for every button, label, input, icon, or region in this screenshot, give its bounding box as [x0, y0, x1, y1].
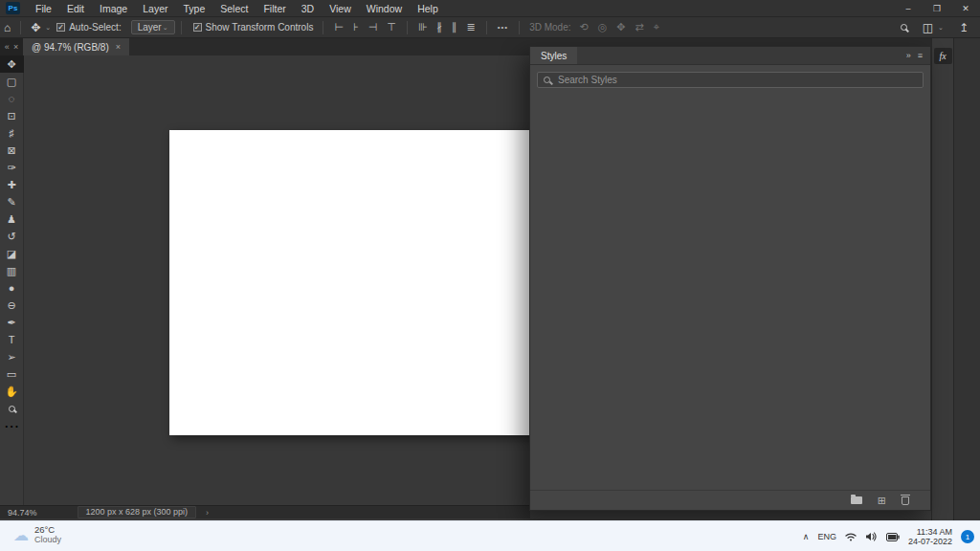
close-tab-icon[interactable]: ×: [116, 42, 121, 52]
object-selection-tool[interactable]: ⊡: [0, 107, 24, 124]
photoshop-logo-icon[interactable]: Ps: [6, 2, 20, 14]
panel-menu-icon[interactable]: ≡: [918, 51, 923, 60]
notification-count-badge[interactable]: 1: [961, 530, 974, 543]
canvas[interactable]: [169, 130, 552, 435]
align-middle-icon[interactable]: ∦: [433, 21, 448, 33]
wifi-icon[interactable]: [845, 532, 857, 541]
align-top-icon[interactable]: ⊪: [413, 21, 433, 33]
crop-tool[interactable]: ♯: [0, 124, 24, 142]
weather-condition: Cloudy: [34, 535, 61, 545]
path-selection-tool[interactable]: ➢: [0, 348, 24, 365]
divider: [407, 21, 408, 34]
restore-button[interactable]: ❐: [923, 0, 951, 16]
menu-layer[interactable]: Layer: [135, 0, 175, 17]
menu-filter[interactable]: Filter: [256, 0, 293, 17]
crop-tool-icon: ♯: [9, 128, 14, 139]
type-tool[interactable]: T: [0, 331, 24, 348]
tab-scroll-stub[interactable]: « ×: [0, 38, 23, 55]
rectangle-tool[interactable]: ▭: [0, 365, 24, 383]
align-center-horizontal-icon[interactable]: ⊦: [348, 21, 364, 33]
windows-taskbar: ☁ 26°C Cloudy ∧ ENG 11:34 AM 24-07-2022 …: [0, 520, 980, 551]
eraser-tool[interactable]: ◪: [0, 245, 24, 262]
more-options-icon[interactable]: •••: [493, 23, 513, 32]
zoom-tool[interactable]: [0, 400, 24, 417]
lasso-tool[interactable]: ◌: [0, 90, 24, 107]
distribute-horizontal-icon[interactable]: ⊤: [382, 21, 401, 33]
workspace-switcher[interactable]: ◫ ⌄: [919, 21, 944, 34]
menu-bar: FileEditImageLayerTypeSelectFilter3DView…: [28, 0, 446, 16]
show-transform-checkbox[interactable]: ✓: [193, 23, 202, 32]
history-brush-tool[interactable]: ↺: [0, 228, 24, 245]
align-bottom-icon[interactable]: ∥: [447, 21, 462, 33]
gradient-tool[interactable]: ▥: [0, 262, 24, 279]
tools-toolbar: ✥▢◌⊡♯⊠✑✚✎♟↺◪▥●⊖✒T➢▭✋⋯: [0, 55, 24, 505]
distribute-icon-group: ⊪∦∥≣: [413, 21, 480, 33]
distribute-vertical-icon[interactable]: ≣: [462, 21, 480, 33]
close-button[interactable]: ✕: [951, 0, 980, 16]
divider: [323, 21, 323, 34]
menu-window[interactable]: Window: [359, 0, 410, 17]
blur-tool[interactable]: ●: [0, 279, 24, 297]
weather-widget[interactable]: ☁ 26°C Cloudy: [13, 524, 61, 545]
styles-sections: [530, 108, 930, 490]
move-tool[interactable]: ✥: [0, 55, 24, 73]
menu-file[interactable]: File: [28, 0, 59, 17]
align-right-icon[interactable]: ⊣: [364, 21, 383, 33]
show-transform-label: Show Transform Controls: [206, 22, 314, 33]
align-left-icon[interactable]: ⊢: [329, 21, 348, 33]
new-style-icon[interactable]: ⊞: [878, 495, 886, 507]
styles-fx-panel-icon[interactable]: fx: [934, 48, 952, 64]
move-tool-preset-icon[interactable]: ✥: [27, 21, 44, 34]
status-bar: 94.74% 1200 px x 628 px (300 ppi) ›: [0, 505, 530, 518]
type-tool-icon: T: [9, 335, 15, 345]
volume-icon[interactable]: [865, 532, 878, 541]
menu-select[interactable]: Select: [212, 0, 256, 17]
3d-slide-icon: ⇄: [631, 21, 649, 33]
search-icon[interactable]: [901, 24, 907, 31]
auto-select-target-dropdown[interactable]: Layer ⌄: [131, 20, 175, 34]
eyedropper-tool[interactable]: ✑: [0, 159, 24, 176]
menu-image[interactable]: Image: [92, 0, 135, 17]
clone-stamp-tool[interactable]: ♟: [0, 210, 24, 228]
marquee-tool-icon: ▢: [7, 77, 16, 87]
auto-select-label: Auto-Select:: [69, 22, 121, 33]
delete-style-icon[interactable]: [902, 496, 909, 505]
styles-panel-tab[interactable]: Styles: [530, 47, 577, 64]
language-indicator[interactable]: ENG: [817, 532, 836, 541]
brush-tool[interactable]: ✎: [0, 193, 24, 210]
marquee-tool[interactable]: ▢: [0, 73, 24, 90]
new-group-icon[interactable]: [851, 496, 862, 504]
tray-expand-icon[interactable]: ∧: [803, 532, 810, 541]
zoom-level[interactable]: 94.74%: [8, 508, 37, 518]
pen-tool[interactable]: ✒: [0, 314, 24, 331]
menu-type[interactable]: Type: [175, 0, 212, 17]
rectangle-tool-icon: ▭: [7, 369, 16, 380]
menu-help[interactable]: Help: [410, 0, 446, 17]
menu-edit[interactable]: Edit: [59, 0, 92, 17]
edit-toolbar-button[interactable]: ⋯: [4, 417, 19, 435]
dodge-tool[interactable]: ⊖: [0, 297, 24, 314]
battery-icon[interactable]: [886, 533, 900, 541]
menu-3d[interactable]: 3D: [294, 0, 322, 17]
hand-tool[interactable]: ✋: [0, 383, 24, 400]
auto-select-checkbox[interactable]: ✓: [56, 23, 65, 32]
status-chevron-icon[interactable]: ›: [206, 508, 209, 518]
lasso-tool-icon: ◌: [9, 94, 15, 104]
home-icon[interactable]: ⌂: [0, 21, 14, 34]
3d-drag-icon: ✥: [612, 21, 630, 33]
chevron-down-icon: ⌄: [45, 24, 51, 32]
document-tab[interactable]: @ 94.7% (RGB/8) ×: [23, 38, 129, 55]
auto-select-target-value: Layer: [138, 22, 162, 33]
minimize-button[interactable]: –: [894, 0, 923, 16]
clock-widget[interactable]: 11:34 AM 24-07-2022: [908, 527, 952, 547]
tab-stub-close-icon: ×: [13, 42, 18, 52]
menu-view[interactable]: View: [322, 0, 359, 17]
share-icon[interactable]: ↥: [955, 21, 972, 34]
collapse-panel-icon[interactable]: »: [906, 51, 911, 60]
healing-brush-tool[interactable]: ✚: [0, 176, 24, 193]
3d-mode-icon-group: ⟲◎✥⇄⌖: [574, 21, 663, 33]
frame-tool[interactable]: ⊠: [0, 142, 24, 159]
styles-search-input[interactable]: [556, 74, 917, 86]
divider: [20, 21, 21, 34]
tab-scroll-icon: «: [5, 42, 10, 52]
